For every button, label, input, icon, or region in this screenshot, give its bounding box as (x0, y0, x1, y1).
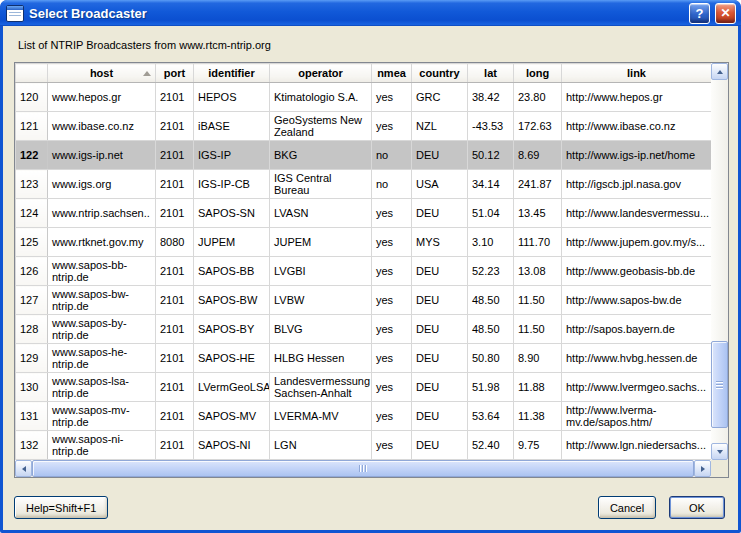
cell-port[interactable]: 2101 (156, 141, 194, 170)
cell-link[interactable]: http://www.lverma-mv.de/sapos.htm/ (562, 402, 712, 431)
cell-long[interactable]: 241.87 (514, 170, 562, 199)
row-number[interactable]: 123 (16, 170, 48, 199)
cell-long[interactable]: 9.75 (514, 431, 562, 460)
header-port[interactable]: port (156, 64, 194, 83)
cell-long[interactable]: 8.90 (514, 344, 562, 373)
cell-lat[interactable]: 52.23 (468, 257, 514, 286)
help-shortcut-button[interactable]: Help=Shift+F1 (14, 496, 108, 519)
table-row[interactable]: 132www.sapos-ni-ntrip.de2101SAPOS-NILGNy… (16, 431, 712, 460)
cell-host[interactable]: www.sapos-he-ntrip.de (48, 344, 156, 373)
table-row[interactable]: 127www.sapos-bw-ntrip.de2101SAPOS-BWLVBW… (16, 286, 712, 315)
scroll-left-button[interactable] (15, 460, 32, 477)
cell-operator[interactable]: LVBW (270, 286, 372, 315)
cell-nmea[interactable]: yes (372, 431, 412, 460)
row-number[interactable]: 125 (16, 228, 48, 257)
cell-identifier[interactable]: JUPEM (194, 228, 270, 257)
cell-port[interactable]: 2101 (156, 83, 194, 112)
cell-nmea[interactable]: yes (372, 112, 412, 141)
cell-identifier[interactable]: IGS-IP-CB (194, 170, 270, 199)
titlebar-help-button[interactable]: ? (689, 3, 710, 24)
cell-port[interactable]: 2101 (156, 112, 194, 141)
cell-host[interactable]: www.igs-ip.net (48, 141, 156, 170)
cell-operator[interactable]: HLBG Hessen (270, 344, 372, 373)
header-corner[interactable] (16, 64, 48, 83)
row-number[interactable]: 129 (16, 344, 48, 373)
cell-long[interactable]: 11.88 (514, 373, 562, 402)
cell-lat[interactable]: -43.53 (468, 112, 514, 141)
cell-nmea[interactable]: yes (372, 228, 412, 257)
horizontal-scroll-track[interactable] (32, 460, 694, 477)
cell-country[interactable]: DEU (412, 286, 468, 315)
row-number[interactable]: 122 (16, 141, 48, 170)
cell-lat[interactable]: 48.50 (468, 286, 514, 315)
header-country[interactable]: country (412, 64, 468, 83)
cell-country[interactable]: NZL (412, 112, 468, 141)
row-number[interactable]: 124 (16, 199, 48, 228)
table-row[interactable]: 124www.ntrip.sachsen..2101SAPOS-SNLVASNy… (16, 199, 712, 228)
cell-long[interactable]: 13.08 (514, 257, 562, 286)
cell-operator[interactable]: JUPEM (270, 228, 372, 257)
cell-nmea[interactable]: no (372, 170, 412, 199)
cell-lat[interactable]: 48.50 (468, 315, 514, 344)
row-number[interactable]: 126 (16, 257, 48, 286)
cell-nmea[interactable]: yes (372, 344, 412, 373)
horizontal-scrollbar[interactable] (15, 460, 711, 477)
cell-operator[interactable]: BLVG (270, 315, 372, 344)
cell-long[interactable]: 23.80 (514, 83, 562, 112)
row-number[interactable]: 127 (16, 286, 48, 315)
cell-country[interactable]: DEU (412, 257, 468, 286)
header-lat[interactable]: lat (468, 64, 514, 83)
vertical-scroll-thumb[interactable] (711, 341, 728, 428)
cell-link[interactable]: http://www.landesvermessu... (562, 199, 712, 228)
cell-host[interactable]: www.sapos-bb-ntrip.de (48, 257, 156, 286)
cell-lat[interactable]: 51.04 (468, 199, 514, 228)
header-operator[interactable]: operator (270, 64, 372, 83)
cell-nmea[interactable]: yes (372, 199, 412, 228)
horizontal-scroll-thumb[interactable] (32, 460, 694, 477)
cell-host[interactable]: www.igs.org (48, 170, 156, 199)
cell-nmea[interactable]: yes (372, 83, 412, 112)
scroll-up-button[interactable] (711, 63, 728, 80)
table-row[interactable]: 120www.hepos.gr2101HEPOSKtimatologio S.A… (16, 83, 712, 112)
cell-operator[interactable]: IGS Central Bureau (270, 170, 372, 199)
scroll-down-button[interactable] (711, 443, 728, 460)
cell-port[interactable]: 2101 (156, 257, 194, 286)
cell-host[interactable]: www.hepos.gr (48, 83, 156, 112)
ok-button[interactable]: OK (669, 496, 725, 519)
cell-long[interactable]: 111.70 (514, 228, 562, 257)
cell-country[interactable]: DEU (412, 344, 468, 373)
cell-host[interactable]: www.sapos-ni-ntrip.de (48, 431, 156, 460)
row-number[interactable]: 130 (16, 373, 48, 402)
table-row[interactable]: 121www.ibase.co.nz2101iBASEGeoSystems Ne… (16, 112, 712, 141)
table-row[interactable]: 125www.rtknet.gov.my8080JUPEMJUPEMyesMYS… (16, 228, 712, 257)
header-long[interactable]: long (514, 64, 562, 83)
cell-link[interactable]: http://www.igs-ip.net/home (562, 141, 712, 170)
cell-link[interactable]: http://www.lvermgeo.sachs... (562, 373, 712, 402)
cell-operator[interactable]: LVERMA-MV (270, 402, 372, 431)
row-number[interactable]: 121 (16, 112, 48, 141)
cell-port[interactable]: 2101 (156, 170, 194, 199)
cell-identifier[interactable]: IGS-IP (194, 141, 270, 170)
cell-operator[interactable]: LVASN (270, 199, 372, 228)
cell-lat[interactable]: 3.10 (468, 228, 514, 257)
cell-lat[interactable]: 52.40 (468, 431, 514, 460)
cell-host[interactable]: www.ibase.co.nz (48, 112, 156, 141)
title-bar[interactable]: Select Broadcaster ? ✕ (0, 0, 741, 26)
cell-port[interactable]: 2101 (156, 402, 194, 431)
cell-long[interactable]: 172.63 (514, 112, 562, 141)
cell-long[interactable]: 11.50 (514, 315, 562, 344)
cell-host[interactable]: www.sapos-lsa-ntrip.de (48, 373, 156, 402)
cell-link[interactable]: http://sapos.bayern.de (562, 315, 712, 344)
header-identifier[interactable]: identifier (194, 64, 270, 83)
cell-long[interactable]: 8.69 (514, 141, 562, 170)
table-row[interactable]: 123www.igs.org2101IGS-IP-CBIGS Central B… (16, 170, 712, 199)
cell-lat[interactable]: 34.14 (468, 170, 514, 199)
cell-host[interactable]: www.rtknet.gov.my (48, 228, 156, 257)
cell-country[interactable]: DEU (412, 373, 468, 402)
cell-link[interactable]: http://igscb.jpl.nasa.gov (562, 170, 712, 199)
cell-identifier[interactable]: SAPOS-NI (194, 431, 270, 460)
cell-port[interactable]: 2101 (156, 286, 194, 315)
header-nmea[interactable]: nmea (372, 64, 412, 83)
cell-lat[interactable]: 51.98 (468, 373, 514, 402)
vertical-scroll-track[interactable] (711, 80, 728, 443)
